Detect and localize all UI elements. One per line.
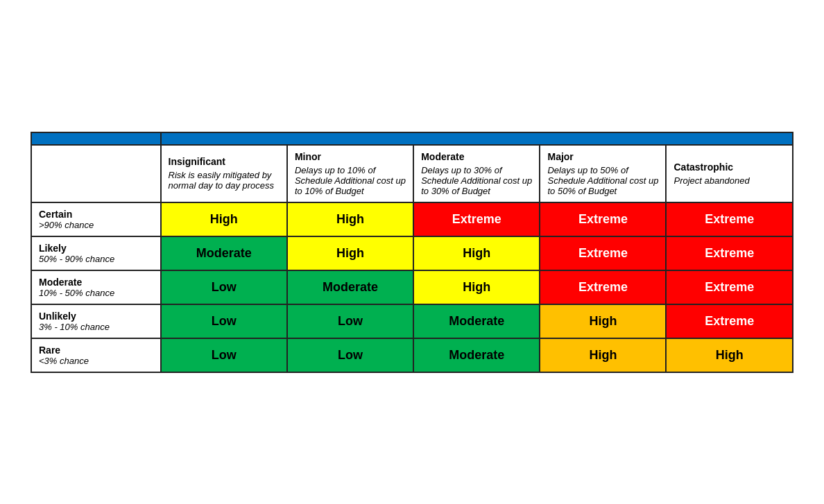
risk-cell-r2-c2: High — [413, 270, 540, 304]
row-header-2: Moderate10% - 50% chance — [31, 270, 161, 304]
risk-cell-r0-c0: High — [161, 202, 287, 236]
table-row: Rare<3% chanceLowLowModerateHighHigh — [31, 338, 793, 372]
risk-cell-r2-c3: Extreme — [540, 270, 666, 304]
risk-cell-r0-c3: Extreme — [540, 202, 666, 236]
risk-cell-r0-c2: Extreme — [413, 202, 540, 236]
col-header-2: ModerateDelays up to 30% of Schedule Add… — [413, 145, 540, 202]
col-header-0: InsignificantRisk is easily mitigated by… — [161, 145, 287, 202]
col-header-1: MinorDelays up to 10% of Schedule Additi… — [287, 145, 413, 202]
risk-matrix-table: InsignificantRisk is easily mitigated by… — [31, 132, 793, 373]
risk-cell-r1-c3: Extreme — [540, 236, 666, 270]
col-header-4: CatastrophicProject abandoned — [666, 145, 793, 202]
risk-cell-r4-c1: Low — [287, 338, 413, 372]
likelyhood-header — [31, 132, 161, 145]
table-row: Moderate10% - 50% chanceLowModerateHighE… — [31, 270, 793, 304]
row-header-1: Likely50% - 90% chance — [31, 236, 161, 270]
risk-cell-r1-c4: Extreme — [666, 236, 793, 270]
risk-cell-r4-c0: Low — [161, 338, 287, 372]
row-header-3: Unlikely3% - 10% chance — [31, 304, 161, 338]
consequences-header — [161, 132, 793, 145]
row-header-0: Certain>90% chance — [31, 202, 161, 236]
risk-cell-r2-c0: Low — [161, 270, 287, 304]
risk-cell-r1-c1: High — [287, 236, 413, 270]
row-header-4: Rare<3% chance — [31, 338, 161, 372]
risk-cell-r1-c2: High — [413, 236, 540, 270]
table-row: Unlikely3% - 10% chanceLowLowModerateHig… — [31, 304, 793, 338]
risk-cell-r3-c3: High — [540, 304, 666, 338]
risk-cell-r0-c1: High — [287, 202, 413, 236]
risk-cell-r1-c0: Moderate — [161, 236, 287, 270]
col-header-3: MajorDelays up to 50% of Schedule Additi… — [540, 145, 666, 202]
table-row: Likely50% - 90% chanceModerateHighHighEx… — [31, 236, 793, 270]
risk-cell-r4-c3: High — [540, 338, 666, 372]
risk-cell-r4-c2: Moderate — [413, 338, 540, 372]
risk-cell-r2-c4: Extreme — [666, 270, 793, 304]
table-row: Certain>90% chanceHighHighExtremeExtreme… — [31, 202, 793, 236]
risk-cell-r3-c4: Extreme — [666, 304, 793, 338]
risk-cell-r2-c1: Moderate — [287, 270, 413, 304]
risk-cell-r0-c4: Extreme — [666, 202, 793, 236]
risk-cell-r4-c4: High — [666, 338, 793, 372]
risk-cell-r3-c0: Low — [161, 304, 287, 338]
empty-corner-cell — [31, 145, 161, 202]
risk-cell-r3-c1: Low — [287, 304, 413, 338]
risk-cell-r3-c2: Moderate — [413, 304, 540, 338]
